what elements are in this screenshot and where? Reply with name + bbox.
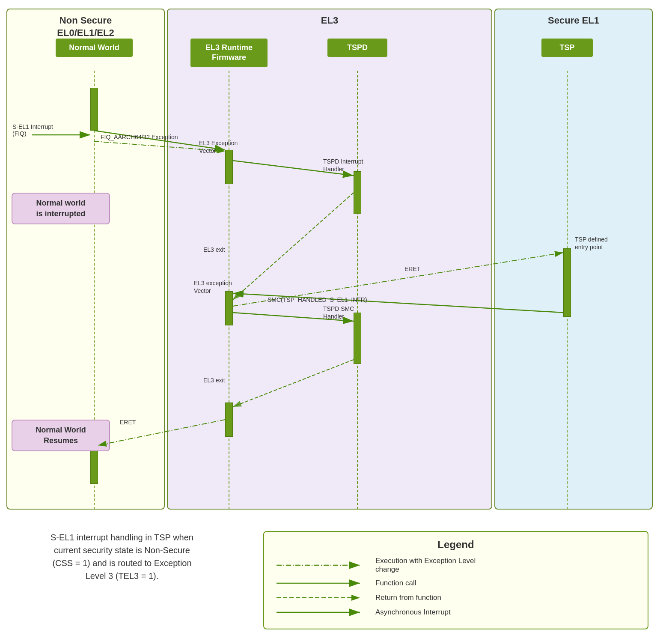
tsp-bar	[563, 248, 571, 317]
normal-world-actor: Normal World	[56, 39, 133, 57]
legend-item-return: Return from function	[274, 593, 637, 603]
interrupted-note: Normal worldis interrupted	[12, 193, 110, 224]
label-el3-exception-vector: EL3 ExceptionVector	[199, 139, 238, 155]
legend-exec-change-label: Execution with Exception Levelchange	[375, 557, 476, 574]
resumes-note: Normal WorldResumes	[12, 420, 110, 451]
main-container: Non SecureEL0/EL1/EL2 EL3 Secure EL1 Nor…	[6, 9, 666, 634]
tspd-bar1	[354, 171, 361, 214]
legend-async-arrow	[274, 607, 369, 617]
col-secure-header: Secure EL1	[495, 9, 652, 29]
label-tsp-entry: TSP definedentry point	[575, 236, 608, 251]
el3rt-bar1	[225, 150, 233, 184]
legend-item-exec-change: Execution with Exception Levelchange	[274, 557, 637, 574]
label-eret-2: ERET	[120, 419, 136, 426]
col-nonsecure-header: Non SecureEL0/EL1/EL2	[7, 9, 164, 41]
label-s-el1-interrupt: S-EL1 Interrupt(FIQ)	[12, 123, 53, 137]
legend-title: Legend	[274, 539, 637, 551]
legend-func-call-arrow	[274, 578, 369, 588]
label-tspd-smc-handler: TSPD SMCHandler	[323, 305, 354, 320]
legend-box: Legend Execution with Exception Levelcha…	[263, 531, 648, 629]
legend-func-call-label: Function call	[375, 579, 416, 587]
tsp-actor: TSP	[541, 39, 593, 57]
tspd-actor: TSPD	[327, 39, 387, 57]
label-fiq-exception: FIQ_AARCH64/32 Exception	[101, 134, 178, 140]
tspd-bar2	[354, 313, 361, 364]
label-el3-exception-vector-2: EL3 exceptionVector	[194, 279, 232, 295]
label-el3-exit-1: EL3 exit	[203, 246, 225, 253]
nw-bar1	[90, 88, 98, 131]
col-el3: EL3	[167, 9, 492, 510]
el3rt-bar2	[225, 291, 233, 325]
el3-runtime-actor: EL3 RuntimeFirmware	[190, 39, 268, 67]
label-smc: SMC(TSP_HANDLED_S_EL1_INTR)	[268, 296, 367, 303]
legend-item-func-call: Function call	[274, 578, 637, 588]
description-text: S-EL1 interrupt handling in TSP when cur…	[6, 531, 238, 582]
el3rt-bar3	[225, 402, 233, 437]
label-eret-1: ERET	[404, 265, 420, 272]
legend-exec-change-arrow	[274, 560, 369, 570]
tspd-lifeline	[357, 71, 358, 510]
label-tspd-interrupt-handler: TSPD InterruptHandler	[323, 158, 363, 173]
label-el3-exit-2: EL3 exit	[203, 377, 225, 384]
col-el3-header: EL3	[168, 9, 491, 29]
legend-async-label: Asynchronous Interrupt	[375, 608, 451, 617]
legend-return-arrow	[274, 593, 369, 603]
legend-return-label: Return from function	[375, 593, 441, 602]
legend-item-async: Asynchronous Interrupt	[274, 607, 637, 617]
col-secure: Secure EL1	[494, 9, 653, 510]
